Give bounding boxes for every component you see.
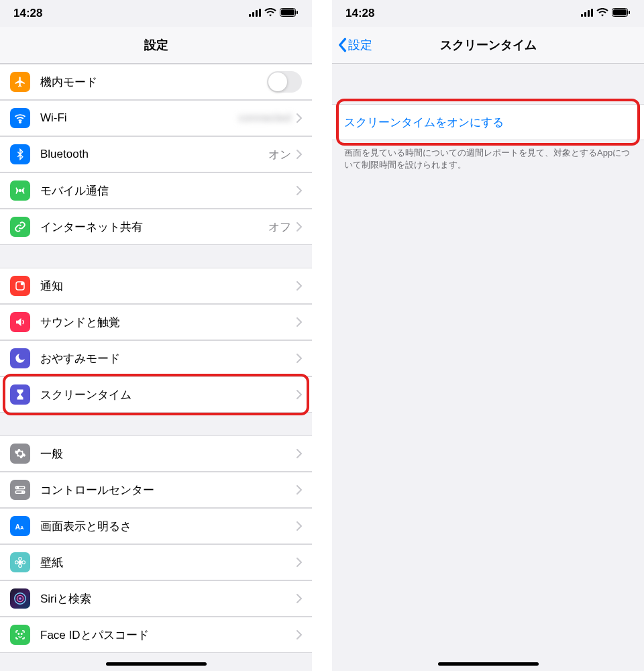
chevron-right-icon: [297, 113, 302, 123]
row-wallpaper[interactable]: 壁紙: [0, 544, 312, 580]
row-label: 一般: [40, 446, 297, 462]
row-hotspot[interactable]: インターネット共有オフ: [0, 209, 312, 245]
row-dnd[interactable]: おやすみモード: [0, 340, 312, 376]
svg-point-24: [19, 597, 21, 600]
home-indicator[interactable]: [438, 662, 539, 666]
gear-icon: [10, 444, 30, 464]
toggle-airplane[interactable]: [267, 71, 302, 93]
chevron-right-icon: [297, 630, 302, 639]
battery-icon: [280, 7, 299, 20]
chevron-right-icon: [297, 354, 302, 363]
link-icon: [10, 217, 30, 237]
row-siri[interactable]: Siriと検索: [0, 580, 312, 617]
chevron-right-icon: [297, 449, 302, 458]
svg-rect-28: [584, 12, 586, 17]
settings-list[interactable]: 機内モードWi-FiconnectedBluetoothオンモバイル通信インター…: [0, 64, 312, 653]
svg-point-17: [19, 561, 22, 564]
moon-icon: [10, 348, 30, 368]
chevron-right-icon: [297, 281, 302, 291]
row-value: オン: [268, 147, 291, 162]
row-label: モバイル通信: [40, 183, 297, 199]
row-label: Bluetooth: [40, 148, 268, 161]
chevron-right-icon: [297, 317, 302, 327]
row-label: コントロールセンター: [40, 482, 297, 498]
row-notification[interactable]: 通知: [0, 268, 312, 304]
row-label: Face IDとパスコード: [40, 627, 297, 643]
chevron-right-icon: [297, 485, 302, 495]
svg-point-18: [19, 558, 22, 561]
svg-rect-3: [259, 9, 261, 17]
svg-point-12: [17, 487, 18, 488]
status-time: 14:28: [13, 7, 42, 20]
page-title: 設定: [144, 37, 168, 53]
status-bar: 14:28: [332, 0, 644, 27]
svg-rect-0: [249, 14, 251, 17]
svg-point-21: [22, 561, 25, 564]
chevron-right-icon: [297, 186, 302, 195]
svg-point-25: [18, 633, 19, 635]
battery-icon: [612, 7, 631, 20]
svg-point-7: [19, 121, 21, 123]
text-size-icon: AA: [10, 516, 30, 536]
turn-on-screentime-button[interactable]: スクリーンタイムをオンにする: [332, 104, 644, 140]
row-value: connected: [239, 111, 291, 125]
home-indicator[interactable]: [106, 662, 207, 666]
bell-icon: [10, 276, 30, 296]
back-label: 設定: [348, 37, 372, 53]
row-display[interactable]: AA画面表示と明るさ: [0, 508, 312, 544]
chevron-right-icon: [297, 222, 302, 231]
row-label: Siriと検索: [40, 591, 297, 607]
flower-icon: [10, 552, 30, 572]
row-cellular[interactable]: モバイル通信: [0, 172, 312, 209]
screentime-screen: 14:28 設定 スクリーンタイム スクリーンタイムをオンにする 画面を見ている…: [332, 0, 644, 671]
row-label: 壁紙: [40, 555, 297, 570]
svg-text:A: A: [20, 525, 24, 531]
status-time: 14:28: [345, 7, 374, 20]
svg-rect-32: [613, 9, 627, 15]
svg-rect-29: [588, 10, 590, 17]
row-label: サウンドと触覚: [40, 315, 297, 330]
row-control[interactable]: コントロールセンター: [0, 472, 312, 508]
cellular-signal-icon: [249, 7, 261, 20]
status-indicators: [249, 7, 299, 20]
row-general[interactable]: 一般: [0, 435, 312, 472]
svg-point-20: [15, 561, 19, 564]
wifi-status-icon: [264, 7, 276, 20]
page-title: スクリーンタイム: [440, 37, 537, 53]
siri-icon: [10, 588, 30, 609]
row-faceid[interactable]: Face IDとパスコード: [0, 617, 312, 653]
row-label: 通知: [40, 278, 297, 294]
row-screentime[interactable]: スクリーンタイム: [0, 376, 312, 413]
status-indicators: [581, 7, 631, 20]
svg-point-14: [22, 491, 23, 493]
chevron-right-icon: [297, 558, 302, 567]
airplane-icon: [10, 72, 30, 92]
action-label: スクリーンタイムをオンにする: [344, 115, 504, 130]
back-button[interactable]: 設定: [337, 37, 372, 53]
hourglass-icon: [10, 384, 30, 405]
row-value: オフ: [268, 219, 291, 235]
nav-bar: 設定: [0, 27, 312, 64]
wifi-status-icon: [596, 7, 608, 20]
row-sounds[interactable]: サウンドと触覚: [0, 304, 312, 340]
faceid-icon: [10, 625, 30, 645]
footer-note: 画面を見ている時間についての週間レポートを見て、対象とするAppについて制限時間…: [332, 140, 644, 178]
status-bar: 14:28: [0, 0, 312, 27]
row-wifi[interactable]: Wi-Ficonnected: [0, 100, 312, 136]
svg-rect-1: [252, 12, 254, 17]
row-airplane[interactable]: 機内モード: [0, 64, 312, 100]
settings-screen: 14:28 設定 機内モードWi-FiconnectedBluetoothオンモ…: [0, 0, 312, 671]
svg-point-19: [19, 564, 22, 568]
nav-bar: 設定 スクリーンタイム: [332, 27, 644, 64]
chevron-right-icon: [297, 150, 302, 159]
antenna-icon: [10, 180, 30, 201]
chevron-right-icon: [297, 390, 302, 399]
row-label: スクリーンタイム: [40, 387, 297, 403]
svg-point-26: [21, 633, 23, 635]
svg-rect-30: [591, 9, 593, 17]
row-bluetooth[interactable]: Bluetoothオン: [0, 136, 312, 172]
svg-point-10: [21, 282, 24, 286]
svg-rect-5: [281, 9, 294, 15]
row-label: おやすみモード: [40, 351, 297, 366]
svg-point-8: [19, 190, 21, 192]
